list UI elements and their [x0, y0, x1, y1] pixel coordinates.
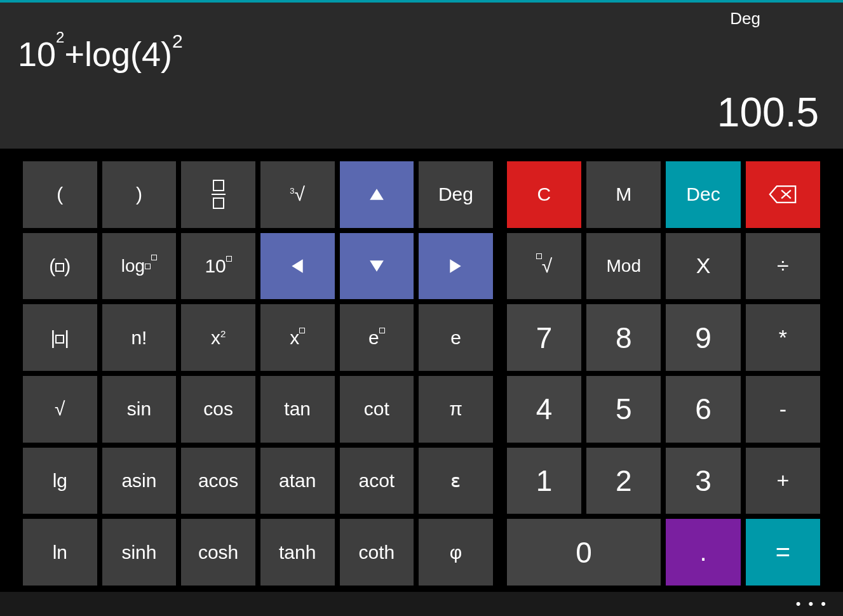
svg-marker-2 [370, 260, 384, 271]
arrow-right-button[interactable] [419, 233, 493, 300]
decimal-mode-button[interactable]: Dec [666, 161, 740, 228]
expr-mid: +log(4) [64, 35, 172, 73]
triangle-left-icon [289, 258, 306, 274]
e-const-button[interactable]: e [419, 304, 493, 371]
triangle-up-icon [368, 186, 385, 203]
atan-button[interactable]: atan [260, 448, 335, 514]
paren-box-icon: () [49, 255, 71, 277]
cosh-button[interactable]: cosh [181, 519, 255, 586]
memory-button[interactable]: M [586, 161, 661, 228]
ten-power-icon: 10 [205, 255, 231, 277]
x-squared-button[interactable]: x2 [181, 304, 255, 371]
digit-6-button[interactable]: 6 [666, 376, 740, 443]
triangle-right-icon [447, 258, 464, 274]
mod-button[interactable]: Mod [586, 233, 661, 300]
digit-4-button[interactable]: 4 [507, 376, 581, 443]
ten-power-button[interactable]: 10 [181, 233, 255, 300]
sin-button[interactable]: sin [102, 376, 177, 443]
nth-root-button[interactable]: √ [507, 233, 581, 300]
en-icon: e [368, 327, 385, 349]
expression-text: 102+log(4)2 [18, 32, 825, 76]
tan-button[interactable]: tan [260, 376, 335, 443]
abs-button[interactable]: || [23, 304, 97, 371]
arrow-up-button[interactable] [340, 161, 414, 228]
digit-9-button[interactable]: 9 [666, 304, 740, 371]
asin-button[interactable]: asin [102, 448, 177, 514]
display-area: Deg 102+log(4)2 100.5 [0, 3, 843, 149]
log-base-button[interactable]: log [102, 233, 177, 300]
equals-button[interactable]: = [746, 519, 820, 586]
expr-sup1: 2 [56, 29, 64, 46]
digit-5-button[interactable]: 5 [586, 376, 661, 443]
abs-icon: || [51, 327, 70, 349]
svg-marker-1 [292, 259, 303, 273]
angle-mode-label: Deg [730, 9, 760, 29]
open-paren-button[interactable]: ( [23, 161, 97, 228]
expr-base1: 10 [18, 35, 56, 73]
expr-sup2: 2 [172, 30, 183, 51]
lg-button[interactable]: lg [23, 448, 97, 514]
nroot-icon: √ [536, 255, 552, 277]
divide-button[interactable]: ÷ [746, 233, 820, 300]
digit-3-button[interactable]: 3 [666, 448, 740, 514]
multiply-button[interactable]: * [746, 304, 820, 371]
arrow-left-button[interactable] [260, 233, 335, 300]
cos-button[interactable]: cos [181, 376, 255, 443]
backspace-icon [769, 185, 797, 204]
acos-button[interactable]: acos [181, 448, 255, 514]
subtract-button[interactable]: - [746, 376, 820, 443]
factorial-button[interactable]: n! [102, 304, 177, 371]
backspace-button[interactable] [746, 161, 820, 228]
keypad: ( ) 3√ Deg () log 10 [0, 149, 843, 592]
digit-7-button[interactable]: 7 [507, 304, 581, 371]
e-power-button[interactable]: e [340, 304, 414, 371]
sinh-button[interactable]: sinh [102, 519, 177, 586]
scientific-panel: ( ) 3√ Deg () log 10 [23, 161, 493, 586]
close-paren-button[interactable]: ) [102, 161, 177, 228]
x2-icon: x2 [211, 327, 226, 349]
svg-marker-0 [370, 189, 384, 200]
paren-group-button[interactable]: () [23, 233, 97, 300]
sqrt-button[interactable]: √ [23, 376, 97, 443]
x-power-button[interactable]: x [260, 304, 335, 371]
degree-button[interactable]: Deg [419, 161, 493, 228]
numeric-panel: C M Dec √ Mod X ÷ 7 8 9 * 4 5 6 - 1 2 3 … [507, 161, 820, 586]
clear-button[interactable]: C [507, 161, 581, 228]
pi-button[interactable]: π [419, 376, 493, 443]
svg-marker-3 [450, 259, 461, 273]
coth-button[interactable]: coth [340, 519, 414, 586]
ln-button[interactable]: ln [23, 519, 97, 586]
add-button[interactable]: + [746, 448, 820, 514]
tanh-button[interactable]: tanh [260, 519, 335, 586]
digit-8-button[interactable]: 8 [586, 304, 661, 371]
appbar: • • • [0, 592, 843, 616]
digit-2-button[interactable]: 2 [586, 448, 661, 514]
arrow-down-button[interactable] [340, 233, 414, 300]
fraction-icon [212, 180, 226, 209]
epsilon-button[interactable]: ɛ [419, 448, 493, 514]
more-icon[interactable]: • • • [796, 596, 828, 612]
cuberoot-icon: 3√ [290, 184, 305, 205]
log-base-icon: log [121, 256, 157, 276]
multiply-x-button[interactable]: X [666, 233, 740, 300]
acot-button[interactable]: acot [340, 448, 414, 514]
phi-button[interactable]: φ [419, 519, 493, 586]
cot-button[interactable]: cot [340, 376, 414, 443]
xn-icon: x [290, 327, 305, 349]
fraction-button[interactable] [181, 161, 255, 228]
cuberoot-button[interactable]: 3√ [260, 161, 335, 228]
triangle-down-icon [368, 258, 385, 274]
decimal-point-button[interactable]: . [666, 519, 740, 586]
digit-1-button[interactable]: 1 [507, 448, 581, 514]
result-text: 100.5 [18, 89, 825, 136]
digit-0-button[interactable]: 0 [507, 519, 661, 586]
